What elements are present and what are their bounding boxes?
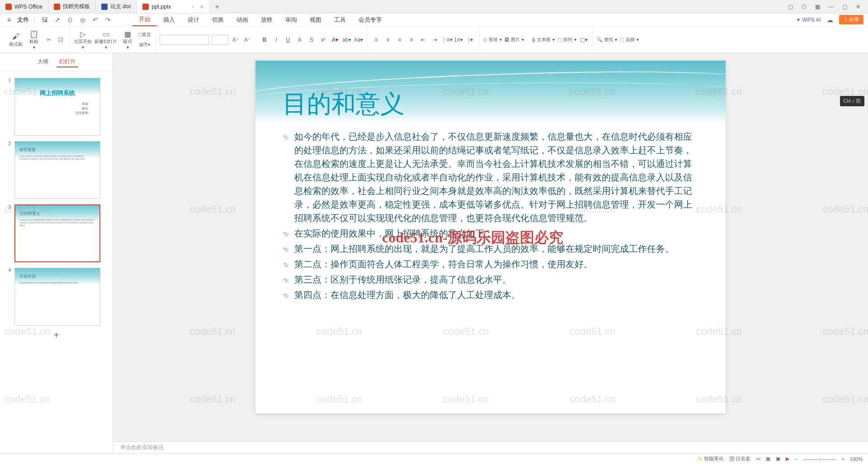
tab-start[interactable]: 开始 (132, 14, 157, 26)
brush-icon: 🖌 (11, 32, 20, 41)
notes-area[interactable]: 单击此处添加备注 (113, 441, 868, 453)
tab-design[interactable]: 设计 (181, 14, 206, 26)
export-icon[interactable]: ↗ (53, 15, 62, 24)
play-icon: ▷ (78, 29, 87, 38)
tab-review[interactable]: 审阅 (279, 14, 303, 26)
slide-thumb-2[interactable]: 2 研究背景Lorem ipsum text block representin… (0, 138, 113, 202)
save-icon[interactable]: 🖫 (40, 15, 49, 24)
shape-button[interactable]: ◇形状▾ (483, 37, 502, 43)
add-tab-button[interactable]: + (210, 3, 225, 11)
fill-icon[interactable]: ▢▾ (579, 35, 588, 44)
print-icon[interactable]: ⎙ (66, 15, 75, 24)
view-normal-icon[interactable]: ▭ (756, 456, 760, 462)
outline-tab[interactable]: 大纲 (35, 57, 51, 67)
align-justify-icon[interactable]: ≡ (407, 35, 416, 44)
font-increase-icon[interactable]: A⁺ (231, 35, 240, 44)
cut-icon[interactable]: ✂ (44, 35, 53, 44)
shadow-icon[interactable]: A (295, 35, 304, 44)
from-current-button[interactable]: ▷当页开始▾ (74, 29, 92, 50)
new-slide-button[interactable]: ▭新建幻灯片▾ (94, 29, 117, 50)
zoom-level[interactable]: 100% (850, 456, 863, 462)
bullet-icon: ఌ (283, 229, 290, 240)
share-button[interactable]: ⇪ 分享 (839, 15, 863, 24)
window-icon-3[interactable]: ▦ (811, 2, 824, 11)
tab-dropdown-icon[interactable]: ▫ (192, 4, 193, 10)
copy-icon[interactable]: ⿻ (56, 35, 65, 44)
tab-slideshow[interactable]: 放映 (255, 14, 279, 26)
preview-icon[interactable]: ◎ (78, 15, 87, 24)
wps-ai-button[interactable]: ✦WPS AI (796, 17, 821, 23)
tab-view[interactable]: 视图 (303, 14, 328, 26)
underline-icon[interactable]: U (283, 35, 292, 44)
slide-thumb-3[interactable]: 3 目的和意义Lorem ipsum placeholder represent… (0, 202, 113, 265)
superscript-icon[interactable]: x² (319, 35, 328, 44)
textbox-icon: A̲ (532, 37, 535, 42)
select-button[interactable]: ⬚选择▾ (620, 37, 639, 43)
change-case-icon[interactable]: Aa▾ (354, 35, 363, 44)
tab-wps-office[interactable]: WPS Office (0, 0, 48, 13)
layout-button[interactable]: ▦版式▾ (120, 29, 135, 50)
bold-icon[interactable]: B (260, 35, 269, 44)
numbering-icon[interactable]: 1≡▾ (454, 35, 463, 44)
font-color-icon[interactable]: A▾ (330, 35, 340, 44)
tab-member[interactable]: 会员专享 (352, 14, 388, 26)
format-painter-button[interactable]: 🖌格式刷 (8, 32, 24, 47)
undo-icon[interactable]: ↶ (91, 15, 100, 24)
add-slide-button[interactable]: + (0, 328, 113, 342)
menu-icon[interactable]: ≡ (5, 15, 14, 24)
minimize-button[interactable]: — (825, 2, 837, 11)
tab-ppt[interactable]: ppt.pptx▫× (137, 0, 209, 13)
file-menu[interactable]: 文件 (17, 16, 29, 24)
close-button[interactable]: ✕ (852, 2, 864, 11)
highlight-icon[interactable]: ab▾ (342, 35, 351, 44)
zoom-out-button[interactable]: − (795, 456, 797, 462)
strike-icon[interactable]: S (307, 35, 316, 44)
find-button[interactable]: 🔍查找▾ (597, 37, 617, 43)
redo-icon[interactable]: ↷ (104, 15, 113, 24)
slide-body[interactable]: ఌ如今的年代，已经是步入信息社会了，不仅信息更新速度频繁，信息量也大，在信息时代… (255, 130, 726, 302)
indent-decrease-icon[interactable]: ⇤ (419, 35, 428, 44)
zoom-slider[interactable]: ———○——— (803, 456, 836, 462)
close-icon[interactable]: × (200, 3, 203, 10)
bullet-icon: ఌ (283, 275, 290, 286)
tab-animation[interactable]: 动画 (230, 14, 255, 26)
maximize-button[interactable]: ▢ (838, 2, 851, 11)
tab-doc[interactable]: 论文.doc (96, 0, 137, 13)
slides-tab[interactable]: 幻灯片 (57, 57, 78, 67)
tab-transition[interactable]: 切换 (206, 14, 230, 26)
tab-insert[interactable]: 插入 (157, 14, 181, 26)
slide-canvas[interactable]: 目的和意义 ఌ如今的年代，已经是步入信息社会了，不仅信息更新速度频繁，信息量也大… (255, 61, 726, 413)
tab-tools[interactable]: 工具 (328, 14, 352, 26)
view-reading-icon[interactable]: ▣ (776, 456, 780, 462)
window-icon-1[interactable]: ▢ (784, 2, 797, 11)
font-decrease-icon[interactable]: A⁻ (243, 35, 252, 44)
reset-button[interactable]: ▢ 重置 (138, 30, 151, 39)
align-left-icon[interactable]: ≡ (372, 35, 381, 44)
arrange-button[interactable]: ⬚排列▾ (557, 37, 576, 43)
shape-icon: ◇ (483, 37, 487, 42)
bullets-icon[interactable]: ⋮≡▾ (442, 35, 451, 44)
tab-template[interactable]: 找稻壳模板 (48, 0, 96, 13)
textbox-button[interactable]: A̲文本框▾ (532, 37, 555, 43)
font-size-select[interactable] (212, 35, 228, 45)
view-sorter-icon[interactable]: ▦ (766, 456, 770, 462)
align-right-icon[interactable]: ≡ (395, 35, 404, 44)
font-select[interactable] (160, 35, 209, 45)
line-spacing-icon[interactable]: ↕▾ (466, 35, 475, 44)
section-button[interactable]: ▤ 节▾ (138, 40, 151, 49)
slide-thumb-1[interactable]: 1 网上招聘系统班级: 姓名: 指导老师: (0, 75, 113, 138)
window-icon-2[interactable]: ⬡ (797, 2, 810, 11)
align-center-icon[interactable]: ≡ (383, 35, 392, 44)
cloud-icon[interactable]: ☁ (826, 15, 835, 24)
paste-button[interactable]: 📋粘贴▾ (26, 29, 42, 50)
dashboard-button[interactable]: ▦ 仪表盘 (729, 455, 750, 462)
italic-icon[interactable]: I (272, 35, 281, 44)
indent-increase-icon[interactable]: ⇥ (430, 35, 439, 44)
image-button[interactable]: 🖼图片▾ (505, 37, 524, 43)
canvas-scroll[interactable]: 目的和意义 ఌ如今的年代，已经是步入信息社会了，不仅信息更新速度频繁，信息量也大… (113, 53, 868, 441)
zoom-in-button[interactable]: + (841, 456, 844, 462)
slide-title[interactable]: 目的和意义 (283, 88, 726, 121)
smart-beautify-button[interactable]: ✨ 智能美化 (696, 455, 724, 462)
view-slideshow-icon[interactable]: ▶ (786, 456, 789, 462)
slide-thumb-4[interactable]: 4 开发环境Development environment thumbnail … (0, 265, 113, 328)
